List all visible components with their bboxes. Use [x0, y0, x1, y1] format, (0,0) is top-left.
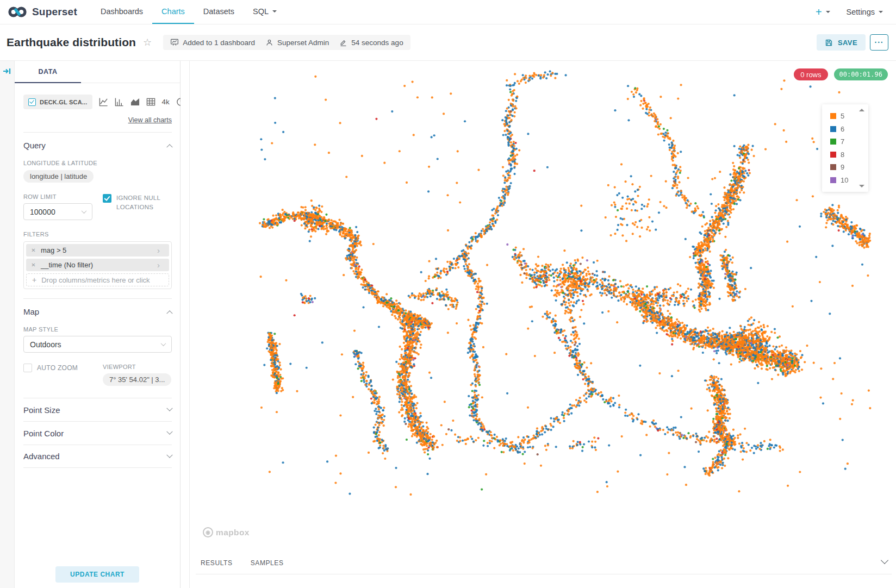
point-color-section-header[interactable]: Point Color — [23, 421, 172, 445]
more-actions-button[interactable]: ··· — [870, 34, 888, 51]
tab-data[interactable]: DATA — [15, 61, 81, 83]
query-section: Query LONGITUDE & LATITUDE longitude | l… — [23, 132, 172, 289]
legend-swatch — [830, 164, 836, 170]
view-all-charts-link[interactable]: View all charts — [23, 116, 172, 124]
advanced-section-header[interactable]: Advanced — [23, 445, 172, 468]
nav-dashboards[interactable]: Dashboards — [91, 0, 152, 24]
legend-swatch — [830, 177, 836, 183]
map-section-header[interactable]: Map — [23, 299, 172, 316]
map-style-select[interactable]: Outdoors — [23, 336, 172, 353]
nav-items: Dashboards Charts Datasets SQL — [91, 0, 286, 24]
save-floppy-icon — [825, 39, 833, 47]
chevron-down-icon — [272, 10, 277, 15]
map-style-label: MAP STYLE — [23, 326, 172, 333]
bar-chart-icon[interactable] — [115, 97, 124, 107]
row-count-badge: 0 rows — [794, 68, 827, 80]
chevron-down-icon — [826, 11, 830, 15]
area-chart-icon[interactable] — [130, 97, 140, 107]
chevron-down-icon — [82, 208, 87, 214]
viz-type-selected[interactable]: DECK.GL SCA... — [23, 95, 92, 109]
query-section-header[interactable]: Query — [23, 133, 172, 150]
query-status-badges: 0 rows 00:00:01.96 — [794, 68, 888, 80]
nav-sql[interactable]: SQL — [244, 0, 286, 24]
chart-area: 0 rows 00:00:01.96 5 6 7 8 9 10 ◉ mapbox — [181, 61, 896, 588]
legend-item[interactable]: 6 — [830, 123, 868, 136]
auto-zoom-checkbox[interactable] — [23, 364, 32, 372]
auto-zoom-label: AUTO ZOOM — [37, 364, 78, 386]
update-chart-button[interactable]: UPDATE CHART — [55, 566, 139, 583]
nav-right: + Settings — [816, 0, 888, 24]
viewport-label: VIEWPORT — [103, 364, 171, 370]
chevron-right-icon: › — [157, 261, 169, 269]
legend-swatch — [830, 126, 836, 132]
deckgl-scatter-map[interactable] — [189, 65, 896, 549]
tab-results[interactable]: RESULTS — [201, 559, 233, 567]
legend-scroll-up-icon[interactable] — [859, 109, 864, 111]
page-title: Earthquake distribution — [7, 36, 136, 49]
ignore-null-checkbox[interactable] — [103, 194, 111, 203]
table-icon[interactable] — [146, 97, 155, 107]
filters-container: ✕ mag > 5 › ✕ __time (No filter) › + Dro… — [23, 241, 172, 289]
new-item-button[interactable]: + — [816, 6, 830, 18]
line-chart-icon[interactable] — [99, 97, 108, 107]
lonlat-label: LONGITUDE & LATITUDE — [23, 160, 172, 166]
legend-item[interactable]: 7 — [830, 135, 868, 148]
auto-zoom-control: AUTO ZOOM — [23, 364, 103, 386]
chevron-down-icon — [161, 341, 166, 346]
dashboards-meta[interactable]: Added to 1 dashboard — [170, 38, 255, 47]
legend-item[interactable]: 9 — [830, 161, 868, 174]
chevron-up-icon — [166, 310, 172, 316]
edit-pencil-icon — [339, 39, 347, 47]
save-button[interactable]: SAVE — [817, 34, 866, 51]
remove-filter-icon[interactable]: ✕ — [26, 247, 41, 253]
filter-item[interactable]: ✕ __time (No filter) › — [26, 259, 169, 271]
legend-swatch — [830, 152, 836, 158]
chevron-down-icon — [879, 11, 883, 15]
filter-item[interactable]: ✕ mag > 5 › — [26, 244, 169, 257]
legend-swatch — [830, 113, 836, 119]
results-divider — [196, 574, 892, 574]
viewport-control: VIEWPORT 7° 35' 54.02" | 3... — [103, 364, 171, 386]
legend-item[interactable]: 5 — [830, 110, 868, 123]
mapbox-attribution[interactable]: ◉ mapbox — [203, 527, 250, 537]
legend-swatch — [830, 139, 836, 145]
chevron-down-icon — [166, 405, 172, 411]
chevron-right-icon: › — [157, 246, 169, 254]
ignore-null-label: IGNORE NULL LOCATIONS — [116, 193, 163, 220]
expand-panel-icon[interactable] — [3, 67, 11, 76]
row-limit-select[interactable]: 100000 — [23, 203, 92, 220]
panel-collapse-rail — [0, 61, 15, 588]
superset-infinity-icon — [8, 5, 27, 18]
map-section: Map MAP STYLE Outdoors AUTO ZOOM VIEWPOR… — [23, 298, 172, 386]
viewport-value-pill[interactable]: 7° 35' 54.02" | 3... — [103, 373, 171, 386]
row-limit-label: ROW LIMIT — [23, 193, 103, 200]
viz-4k-badge[interactable]: 4k — [162, 98, 170, 106]
header-actions: SAVE ··· — [817, 34, 888, 51]
chevron-down-icon — [166, 452, 172, 458]
settings-menu[interactable]: Settings — [847, 8, 883, 16]
favorite-star-icon[interactable]: ☆ — [143, 36, 152, 48]
lonlat-value-pill[interactable]: longitude | latitude — [23, 170, 94, 183]
owner-meta[interactable]: Superset Admin — [265, 39, 329, 47]
last-modified-meta[interactable]: 54 seconds ago — [339, 39, 403, 47]
remove-filter-icon[interactable]: ✕ — [26, 262, 41, 268]
tab-samples[interactable]: SAMPLES — [251, 559, 284, 567]
panel-tabs: DATA — [15, 61, 180, 83]
superset-logo[interactable]: Superset — [8, 0, 77, 24]
nav-datasets[interactable]: Datasets — [194, 0, 244, 24]
filter-drop-zone[interactable]: + Drop columns/metrics here or click — [26, 273, 169, 286]
query-timer-badge: 00:00:01.96 — [834, 68, 888, 80]
results-pane: RESULTS SAMPLES — [189, 549, 896, 588]
dashboard-icon — [170, 38, 179, 47]
mapbox-logo-icon: ◉ — [203, 527, 213, 537]
filters-label: FILTERS — [23, 231, 172, 237]
checkbox-checked-icon — [28, 98, 36, 106]
chevron-up-icon — [166, 144, 172, 150]
legend-scroll-down-icon[interactable] — [859, 185, 864, 187]
point-size-section-header[interactable]: Point Size — [23, 398, 172, 421]
legend-item[interactable]: 8 — [830, 148, 868, 161]
brand-name: Superset — [32, 6, 77, 18]
control-panel: DATA DECK.GL SCA... — [15, 61, 181, 588]
nav-charts[interactable]: Charts — [152, 0, 194, 24]
magnitude-legend: 5 6 7 8 9 10 — [822, 104, 868, 192]
